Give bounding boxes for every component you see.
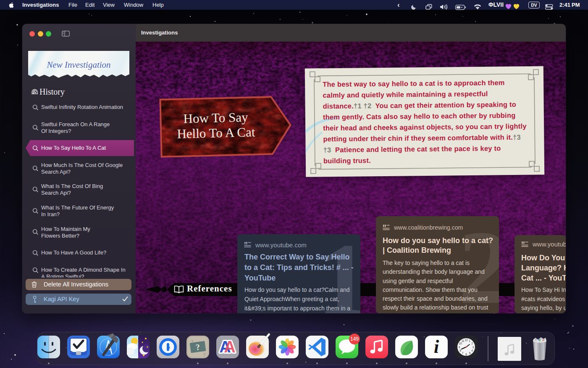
- svg-text:11: 11: [462, 339, 465, 342]
- svg-text:9: 9: [459, 346, 460, 349]
- svg-text:10: 10: [459, 342, 462, 345]
- svg-text:12: 12: [465, 339, 468, 342]
- svg-text:7: 7: [462, 352, 464, 355]
- svg-text:1: 1: [469, 339, 470, 342]
- svg-text:How To Say: How To Say: [183, 110, 248, 126]
- svg-text:2: 2: [471, 342, 473, 345]
- svg-text:5: 5: [469, 352, 471, 355]
- svg-text:i: i: [434, 336, 439, 357]
- svg-text:A: A: [224, 338, 235, 356]
- svg-text:4: 4: [471, 349, 473, 352]
- svg-text:Hello To A Cat: Hello To A Cat: [177, 124, 255, 141]
- svg-text:8: 8: [459, 349, 461, 352]
- svg-text:149: 149: [350, 336, 359, 342]
- svg-text:3: 3: [472, 346, 474, 349]
- svg-text:6: 6: [465, 353, 467, 356]
